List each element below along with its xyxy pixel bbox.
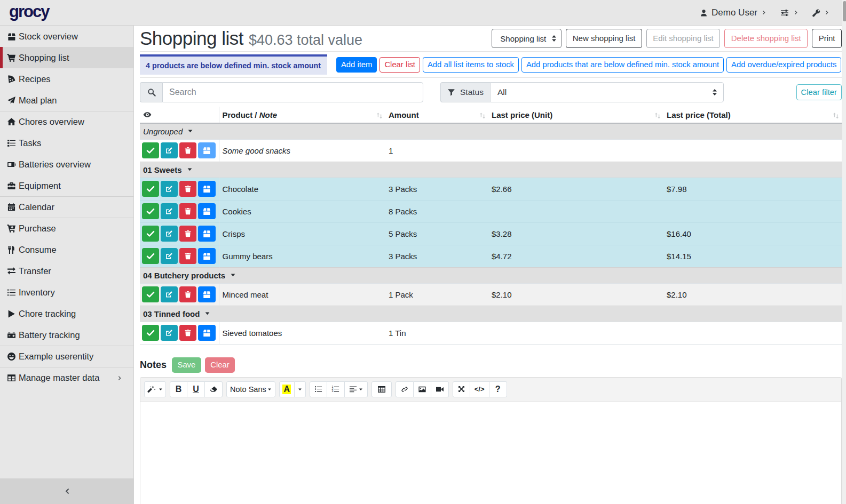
insert-table-button[interactable] bbox=[371, 381, 392, 397]
status-select[interactable]: All bbox=[490, 82, 724, 102]
bold-button[interactable]: B bbox=[170, 381, 187, 397]
sidebar-item-label: Consume bbox=[19, 245, 57, 255]
add-to-stock-button[interactable] bbox=[198, 248, 215, 264]
sidebar-item-tasks[interactable]: Tasks bbox=[0, 132, 133, 154]
clear-list-button[interactable]: Clear list bbox=[379, 57, 420, 73]
mark-done-button[interactable] bbox=[142, 286, 159, 302]
sidebar-collapse-button[interactable] bbox=[0, 478, 133, 504]
admin-menu[interactable] bbox=[812, 9, 830, 17]
edit-item-button[interactable] bbox=[161, 286, 178, 302]
delete-item-button[interactable] bbox=[179, 286, 196, 302]
add-to-stock-button[interactable] bbox=[198, 181, 215, 197]
column-header-last-price-total[interactable]: Last price (Total) bbox=[663, 107, 842, 123]
edit-item-button[interactable] bbox=[161, 325, 178, 341]
mark-done-button[interactable] bbox=[142, 325, 159, 341]
edit-item-button[interactable] bbox=[161, 226, 178, 242]
mark-done-button[interactable] bbox=[142, 203, 159, 219]
top-navbar: grocy Demo User bbox=[0, 0, 846, 26]
unordered-list-button[interactable] bbox=[310, 381, 327, 397]
delete-item-button[interactable] bbox=[179, 325, 196, 341]
notes-editing-area[interactable] bbox=[140, 402, 841, 504]
sidebar-item-shopping-list[interactable]: Shopping list bbox=[0, 47, 133, 68]
insert-link-button[interactable] bbox=[396, 381, 414, 397]
insert-video-button[interactable] bbox=[431, 381, 449, 397]
mark-done-button[interactable] bbox=[142, 248, 159, 264]
sidebar-item-battery-tracking[interactable]: Battery tracking bbox=[0, 324, 133, 346]
sidebar-item-inventory[interactable]: Inventory bbox=[0, 282, 133, 303]
magic-style-button[interactable] bbox=[144, 381, 166, 397]
scrollbar-thumb[interactable] bbox=[843, 1, 846, 21]
sidebar-item-transfer[interactable]: Transfer bbox=[0, 260, 133, 282]
table-icon bbox=[7, 373, 16, 382]
code-view-button[interactable]: </> bbox=[470, 381, 489, 397]
delete-item-button[interactable] bbox=[179, 203, 196, 219]
clear-filter-button[interactable]: Clear filter bbox=[796, 84, 842, 100]
font-family-dropdown[interactable]: Noto Sans bbox=[226, 381, 275, 397]
sidebar-item-stock-overview[interactable]: Stock overview bbox=[0, 26, 133, 47]
sidebar-item-chores-overview[interactable]: Chores overview bbox=[0, 111, 133, 132]
notes-clear-button[interactable]: Clear bbox=[205, 357, 235, 373]
mark-done-button[interactable] bbox=[142, 142, 159, 158]
sidebar-item-recipes[interactable]: Recipes bbox=[0, 68, 133, 90]
sidebar-item-example-userentity[interactable]: Example userentity bbox=[0, 346, 133, 367]
print-button[interactable]: Print bbox=[812, 29, 842, 48]
mark-done-button[interactable] bbox=[142, 181, 159, 197]
group-row-01-sweets[interactable]: 01 Sweets bbox=[140, 162, 842, 178]
insert-picture-button[interactable] bbox=[414, 381, 431, 397]
add-to-stock-button[interactable] bbox=[198, 203, 215, 219]
add-to-stock-button[interactable] bbox=[198, 325, 215, 341]
notes-save-button[interactable]: Save bbox=[172, 357, 201, 373]
sidebar-item-consume[interactable]: Consume bbox=[0, 239, 133, 260]
shopping-list-row-some-good-snacks: Some good snacks1 bbox=[140, 139, 842, 162]
delete-item-button[interactable] bbox=[179, 181, 196, 197]
edit-item-button[interactable] bbox=[161, 248, 178, 264]
add-all-to-stock-button[interactable]: Add all list items to stock bbox=[423, 57, 519, 73]
edit-item-button[interactable] bbox=[161, 142, 178, 158]
shopping-list-select[interactable]: Shopping list bbox=[492, 29, 562, 48]
group-row-03-tinned-food[interactable]: 03 Tinned food bbox=[140, 306, 842, 322]
add-below-min-button[interactable]: Add products that are below defined min.… bbox=[521, 57, 724, 73]
sidebar-item-calendar[interactable]: Calendar bbox=[0, 196, 133, 218]
sidebar-item-manage-master-data[interactable]: Manage master data bbox=[0, 367, 133, 388]
add-overdue-button[interactable]: Add overdue/expired products bbox=[726, 57, 841, 73]
search-input[interactable] bbox=[162, 82, 423, 102]
column-header-amount[interactable]: Amount bbox=[385, 107, 488, 123]
add-to-stock-button[interactable] bbox=[198, 142, 215, 158]
add-to-stock-button[interactable] bbox=[198, 226, 215, 242]
clear-formatting-button[interactable] bbox=[205, 381, 223, 397]
sidebar-item-batteries-overview[interactable]: Batteries overview bbox=[0, 154, 133, 175]
edit-item-button[interactable] bbox=[161, 181, 178, 197]
font-color-button[interactable]: A bbox=[279, 381, 295, 397]
delete-shopping-list-button[interactable]: Delete shopping list bbox=[724, 29, 808, 48]
fullscreen-button[interactable] bbox=[453, 381, 470, 397]
mark-done-button[interactable] bbox=[142, 226, 159, 242]
underline-button[interactable]: U bbox=[187, 381, 205, 397]
caret-down-icon bbox=[159, 387, 163, 391]
column-header-product[interactable]: Product / Note bbox=[219, 107, 385, 123]
sidebar-item-meal-plan[interactable]: Meal plan bbox=[0, 90, 133, 111]
edit-item-button[interactable] bbox=[161, 203, 178, 219]
new-shopping-list-button[interactable]: New shopping list bbox=[566, 29, 642, 48]
sidebar-item-chore-tracking[interactable]: Chore tracking bbox=[0, 303, 133, 324]
delete-item-button[interactable] bbox=[179, 248, 196, 264]
sidebar-item-equipment[interactable]: Equipment bbox=[0, 175, 133, 196]
font-color-dropdown[interactable] bbox=[295, 381, 306, 397]
shopping-list-row-gummy-bears: Gummy bears3 Packs$4.72$14.15 bbox=[140, 245, 842, 267]
sidebar-item-purchase[interactable]: Purchase bbox=[0, 218, 133, 239]
add-item-button[interactable]: Add item bbox=[336, 57, 377, 73]
delete-item-button[interactable] bbox=[179, 142, 196, 158]
grocy-logo[interactable]: grocy bbox=[9, 3, 49, 22]
group-row-ungrouped[interactable]: Ungrouped bbox=[140, 123, 842, 139]
ordered-list-button[interactable] bbox=[327, 381, 345, 397]
settings-menu[interactable] bbox=[780, 9, 799, 17]
add-to-stock-button[interactable] bbox=[198, 286, 215, 302]
help-button[interactable]: ? bbox=[489, 381, 507, 397]
group-row-04-butchery-products[interactable]: 04 Butchery products bbox=[140, 267, 842, 283]
column-header-visibility[interactable] bbox=[140, 107, 219, 123]
column-header-last-price-unit[interactable]: Last price (Unit) bbox=[488, 107, 663, 123]
user-menu[interactable]: Demo User bbox=[700, 7, 767, 18]
paragraph-align-dropdown[interactable] bbox=[345, 381, 368, 397]
delete-item-button[interactable] bbox=[179, 226, 196, 242]
page-scrollbar[interactable] bbox=[842, 0, 846, 504]
edit-shopping-list-button[interactable]: Edit shopping list bbox=[646, 29, 720, 48]
